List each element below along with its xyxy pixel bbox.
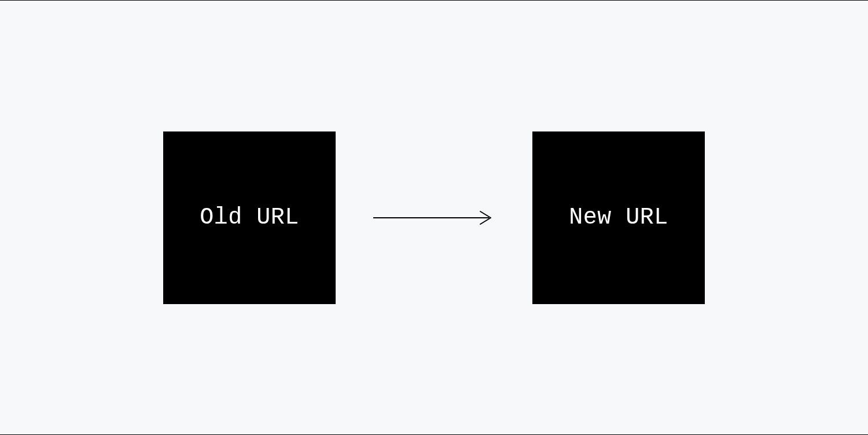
old-url-label: Old URL <box>200 204 299 231</box>
redirect-diagram: Old URL New URL <box>163 131 705 304</box>
new-url-box: New URL <box>532 131 705 304</box>
old-url-box: Old URL <box>163 131 336 304</box>
new-url-label: New URL <box>569 204 668 231</box>
arrow-right-icon <box>370 209 498 226</box>
